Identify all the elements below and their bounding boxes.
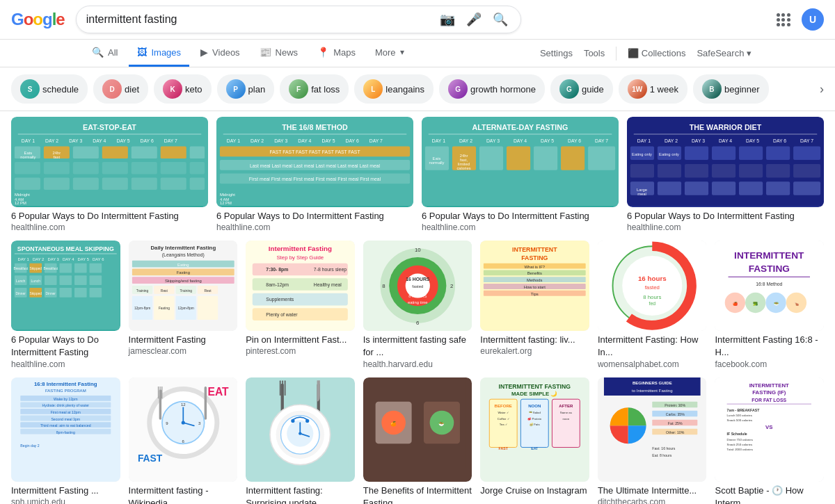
svg-text:DAY 7: DAY 7 [800, 138, 813, 143]
svg-rect-31 [102, 177, 128, 190]
image-card-2-7[interactable]: INTERMITTENT FASTING 16:8 Method 🍎 🥦 🥗 🍗 [715, 241, 824, 368]
settings-link[interactable]: Settings [540, 48, 573, 58]
fatloss-chip-img: F [289, 79, 308, 99]
svg-rect-69 [479, 147, 503, 170]
svg-text:DAY 2: DAY 2 [459, 138, 472, 143]
svg-text:🍗: 🍗 [794, 302, 800, 307]
svg-text:noon: noon [563, 416, 570, 420]
filter-chip-1week[interactable]: 1W 1 week [619, 74, 687, 104]
tab-maps[interactable]: 📍 Maps [309, 40, 364, 67]
image-card-1-1[interactable]: EAT-STOP-EAT DAY 1 DAY 2 DAY 3 DAY 4 DAY… [11, 117, 208, 232]
svg-text:DAY 5: DAY 5 [116, 138, 129, 143]
image-card-1-4[interactable]: THE WARRIOR DIET DAY 1 DAY 2 DAY 3 DAY 4… [627, 117, 824, 232]
filter-chip-beginner[interactable]: B beginner [693, 74, 769, 104]
filter-chip-diet[interactable]: D diet [93, 74, 148, 104]
svg-text:Fast: 16 hours: Fast: 16 hours [652, 446, 676, 450]
svg-text:normally: normally [429, 161, 444, 165]
image-card-3-2[interactable]: 12 3 6 9 EAT FAST Intermittent fasting -… [129, 377, 238, 504]
svg-text:DAY 3: DAY 3 [274, 138, 287, 143]
google-logo[interactable]: Google [11, 10, 65, 29]
filter-chip-growthhormone[interactable]: G growth hormone [439, 74, 545, 104]
collections-link[interactable]: ⬛ Collections [628, 48, 685, 58]
svg-text:Second meal 3pm: Second meal 3pm [51, 416, 80, 421]
filter-chip-fatloss[interactable]: F fat loss [280, 74, 349, 104]
card-title-2-5: Intermittent fasting: liv... [480, 334, 589, 346]
search-input[interactable] [86, 13, 431, 26]
image-card-2-5[interactable]: INTERMITTENT FASTING What is IF? Benefit… [480, 241, 589, 368]
voice-search-icon[interactable]: 🎤 [463, 10, 484, 29]
svg-rect-103 [739, 164, 763, 178]
svg-rect-144 [59, 288, 72, 298]
svg-text:Training: Training [180, 289, 192, 293]
card-source-2-2: jamesclear.com [129, 346, 238, 356]
svg-text:ALTERNATE-DAY FASTING: ALTERNATE-DAY FASTING [472, 123, 568, 131]
svg-text:DAY 1: DAY 1 [432, 138, 445, 143]
image-card-2-2[interactable]: Daily Intermittent Fasting (Leangains Me… [129, 241, 238, 368]
image-card-3-3[interactable]: Intermittent fasting: Surprising update … [246, 377, 355, 504]
svg-text:INTERMITTENT: INTERMITTENT [735, 250, 805, 261]
filter-scroll-right-btn[interactable]: › [820, 82, 824, 97]
image-card-3-6[interactable]: BEGINNERS GUIDE to Intermittent Fasting … [598, 377, 707, 504]
tab-news[interactable]: 📰 News [251, 40, 307, 67]
card-source-3-1: sph.umich.edu [11, 497, 120, 504]
svg-text:Snack 250 calories: Snack 250 calories [727, 442, 753, 446]
card-source-2-7: facebook.com [715, 359, 824, 369]
tab-images[interactable]: 🖼 Images [129, 40, 189, 67]
svg-rect-32 [132, 177, 157, 190]
svg-text:DAY 1: DAY 1 [227, 138, 240, 143]
svg-text:What is IF?: What is IF? [525, 265, 546, 269]
image-card-1-2[interactable]: THE 16/8 METHOD DAY 1 DAY 2 DAY 3 DAY 4 … [216, 117, 413, 232]
svg-rect-72 [561, 147, 584, 170]
image-card-3-7[interactable]: INTERMITTENT FASTING (IF) FOR FAT LOSS 7… [715, 377, 824, 504]
image-card-2-1[interactable]: SPONTANEOUS MEAL SKIPPING DAY 1 DAY 2 DA… [11, 241, 120, 368]
svg-text:🥦: 🥦 [754, 302, 759, 307]
image-card-3-4[interactable]: 🍊 🥗 The Benefits of Intermittent Fasting… [363, 377, 472, 504]
image-card-2-6[interactable]: 16 hours fasted 8 hours fed Intermittent… [598, 241, 707, 368]
image-card-1-3[interactable]: ALTERNATE-DAY FASTING DAY 1 DAY 2 DAY 3 … [422, 117, 619, 232]
svg-text:DAY 4: DAY 4 [63, 257, 74, 261]
svg-text:DAY 6: DAY 6 [141, 138, 154, 143]
tab-videos[interactable]: ▶ Videos [192, 40, 248, 67]
svg-rect-138 [90, 276, 102, 286]
more-chevron-icon: ▾ [400, 47, 404, 57]
card-title-1-4: 6 Popular Ways to Do Intermittent Fastin… [627, 210, 824, 222]
svg-text:IF Schedule: IF Schedule [727, 432, 747, 436]
videos-icon: ▶ [200, 47, 208, 58]
tools-link[interactable]: Tools [584, 48, 605, 58]
svg-rect-13 [102, 147, 128, 159]
svg-text:SPONTANEOUS MEAL SKIPPING: SPONTANEOUS MEAL SKIPPING [17, 245, 114, 252]
image-card-3-1[interactable]: 16:8 Intermittent Fasting FASTING PROGRA… [11, 377, 120, 504]
svg-rect-136 [59, 276, 72, 286]
svg-rect-128 [74, 263, 87, 273]
header-right: U [777, 8, 824, 31]
tab-more[interactable]: More ▾ [367, 40, 413, 67]
apps-icon[interactable] [777, 13, 790, 26]
filter-chip-keto[interactable]: K keto [154, 74, 212, 104]
svg-text:Midnight: Midnight [15, 193, 30, 197]
camera-search-icon[interactable]: 📷 [437, 10, 458, 29]
news-icon: 📰 [260, 47, 271, 58]
image-card-3-5[interactable]: INTERMITTENT FASTING MADE SIMPLE 🌙 BEFOR… [480, 377, 589, 504]
filter-chip-guide[interactable]: G guide [550, 74, 613, 104]
svg-text:16 HOURS: 16 HOURS [406, 277, 430, 282]
safesearch-link[interactable]: SafeSearch ▾ [697, 48, 752, 58]
card-title-2-2: Intermittent Fasting [129, 334, 238, 346]
svg-text:Benefits: Benefits [527, 272, 542, 276]
image-card-2-4[interactable]: 16 HOURS fasted 8 HOURS eating time 10 2… [363, 241, 472, 368]
tab-all[interactable]: 🔍 All [84, 40, 126, 67]
user-avatar[interactable]: U [802, 8, 824, 31]
search-submit-icon[interactable]: 🔍 [490, 10, 511, 29]
filter-chip-plan[interactable]: P plan [217, 74, 275, 104]
filter-chip-schedule[interactable]: S schedule [11, 74, 88, 104]
filter-chip-leangains[interactable]: L leangains [354, 74, 434, 104]
svg-text:DAY 1: DAY 1 [22, 138, 35, 143]
svg-text:DAY 5: DAY 5 [321, 138, 335, 143]
svg-text:Fasting: Fasting [176, 271, 189, 275]
card-title-2-6: Intermittent Fasting: How In... [598, 334, 707, 359]
card-title-3-1: Intermittent Fasting ... [11, 485, 120, 497]
svg-text:INTERMITTENT FASTING: INTERMITTENT FASTING [499, 382, 571, 389]
image-row-3: 16:8 Intermittent Fasting FASTING PROGRA… [11, 377, 824, 504]
image-card-2-3[interactable]: Intermittent Fasting Step by Step Guide … [246, 241, 355, 368]
svg-text:Tea ✓: Tea ✓ [500, 423, 507, 426]
svg-text:EAT-STOP-EAT: EAT-STOP-EAT [83, 123, 136, 131]
